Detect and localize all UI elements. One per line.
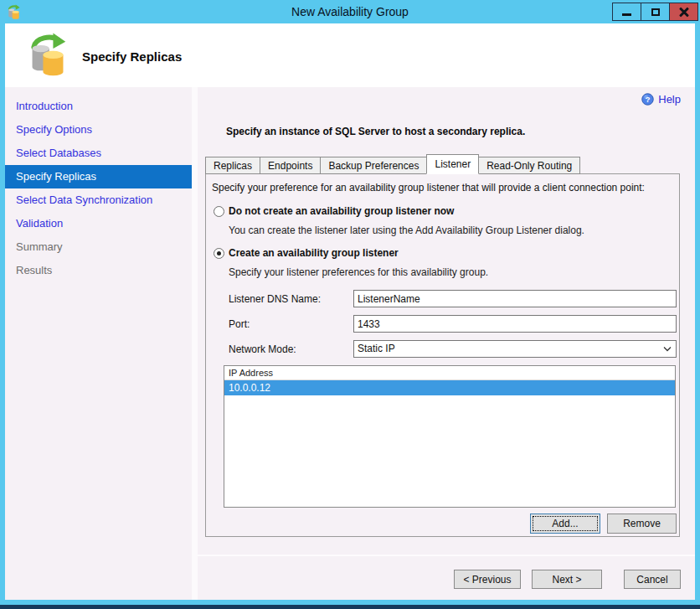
chevron-down-icon (663, 345, 672, 353)
ip-address-column-header[interactable]: IP Address (224, 366, 675, 380)
previous-button[interactable]: < Previous (454, 570, 521, 589)
listener-intro-text: Specify your preference for an availabil… (212, 182, 645, 194)
footer-divider (198, 555, 695, 556)
maximize-button[interactable] (641, 3, 670, 21)
option-create-label[interactable]: Create an availability group listener (229, 247, 399, 259)
help-icon: ? (641, 93, 654, 106)
sidebar-item-summary: Summary (5, 235, 192, 259)
listener-dns-name-input[interactable] (353, 290, 677, 307)
network-mode-select[interactable]: Static IP (353, 340, 677, 358)
window-bottom-edge (0, 605, 700, 609)
next-button[interactable]: Next > (532, 570, 602, 589)
sidebar-item-introduction[interactable]: Introduction (5, 95, 192, 118)
tab-strip: Replicas Endpoints Backup Preferences Li… (205, 154, 579, 174)
option-do-not-create-description: You can create the listener later using … (229, 225, 584, 236)
sidebar-item-specify-replicas[interactable]: Specify Replicas (5, 165, 192, 188)
option-do-not-create-label[interactable]: Do not create an availability group list… (229, 205, 454, 217)
ip-address-list: IP Address 10.0.0.12 (224, 365, 676, 508)
replica-database-icon (28, 31, 68, 77)
minimize-icon (622, 13, 631, 16)
sidebar-item-validation[interactable]: Validation (5, 212, 192, 235)
listener-dns-name-label: Listener DNS Name: (229, 293, 321, 305)
tab-backup-preferences[interactable]: Backup Preferences (320, 157, 427, 174)
sidebar-item-select-databases[interactable]: Select Databases (5, 142, 192, 165)
option-create-description: Specify your listener preferences for th… (229, 266, 488, 278)
page-title: Specify Replicas (82, 49, 182, 64)
network-mode-label: Network Mode: (229, 343, 296, 355)
cancel-button[interactable]: Cancel (624, 570, 681, 589)
port-label: Port: (229, 318, 250, 330)
close-icon (679, 7, 689, 17)
help-label: Help (658, 93, 681, 106)
close-button[interactable] (669, 3, 698, 21)
remove-button[interactable]: Remove (607, 514, 677, 534)
radio-dot (217, 251, 221, 255)
sidebar-item-specify-options[interactable]: Specify Options (5, 118, 192, 142)
radio-create-listener[interactable] (214, 248, 224, 259)
ip-address-row[interactable]: 10.0.0.12 (224, 380, 675, 395)
wizard-steps-sidebar: Introduction Specify Options Select Data… (5, 87, 192, 600)
maximize-icon (651, 8, 660, 16)
content-area: Introduction Specify Options Select Data… (5, 87, 695, 600)
sidebar-item-select-data-synchronization[interactable]: Select Data Synchronization (5, 188, 192, 212)
sidebar-item-results: Results (5, 259, 192, 282)
window-controls (613, 3, 698, 21)
tab-listener[interactable]: Listener (426, 154, 479, 174)
minimize-button[interactable] (612, 3, 641, 21)
radio-do-not-create-listener[interactable] (214, 206, 224, 217)
main-pane: ? Help Specify an instance of SQL Server… (198, 87, 695, 600)
wizard-header: Specify Replicas (5, 23, 695, 87)
tab-replicas[interactable]: Replicas (205, 157, 260, 174)
dialog-body: Specify Replicas Introduction Specify Op… (5, 23, 695, 600)
listener-tab-panel: Specify your preference for an availabil… (205, 173, 680, 537)
add-button[interactable]: Add... (530, 514, 600, 534)
sidebar-divider (192, 87, 198, 600)
help-link[interactable]: ? Help (641, 93, 681, 106)
new-availability-group-window: New Availability Group Spe (0, 0, 700, 609)
window-title: New Availability Group (0, 5, 700, 18)
titlebar: New Availability Group (0, 0, 700, 23)
tab-endpoints[interactable]: Endpoints (260, 157, 321, 174)
port-input[interactable] (353, 315, 677, 333)
network-mode-value: Static IP (358, 343, 395, 354)
page-instruction: Specify an instance of SQL Server to hos… (226, 126, 525, 137)
tab-read-only-routing[interactable]: Read-Only Routing (478, 157, 580, 174)
svg-text:?: ? (646, 95, 651, 104)
